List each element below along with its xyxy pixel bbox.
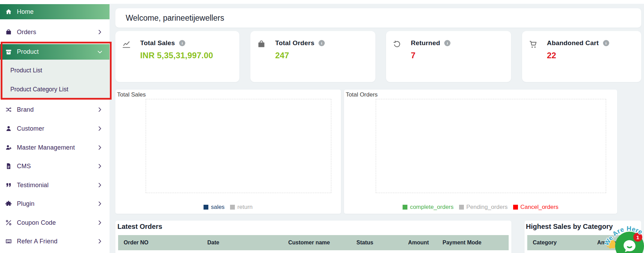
legend-item-complete-orders[interactable]: complete_orders: [403, 204, 454, 211]
testimonial-quote-icon: [5, 181, 12, 189]
sidebar-item-plugin[interactable]: Plugin: [0, 196, 110, 211]
total-sales-chart-card: Total Sales sales return: [115, 90, 341, 214]
legend-label: sales: [211, 204, 225, 211]
sidebar-item-label: CMS: [17, 163, 31, 170]
chevron-right-icon: [97, 145, 103, 150]
sidebar-item-label: Product: [17, 48, 39, 55]
sidebar-item-label: Plugin: [17, 200, 34, 208]
legend-swatch: [403, 205, 407, 210]
sales-plot-area: [146, 99, 331, 193]
chart-title: Total Orders: [346, 91, 378, 98]
brand-shuffle-icon: [5, 106, 12, 113]
chevron-right-icon: [97, 107, 103, 112]
sidebar-item-label: Customer: [17, 125, 44, 132]
product-submenu: Product List Product Category List: [0, 60, 110, 99]
sidebar-item-orders[interactable]: Orders: [0, 24, 110, 40]
stat-value: 7: [411, 51, 416, 60]
sidebar-item-label: Brand: [17, 106, 34, 113]
stat-card-returned: Returned 7: [386, 31, 511, 82]
sidebar-item-cms[interactable]: CMS: [0, 159, 110, 174]
info-icon[interactable]: [319, 40, 325, 46]
sales-chart-legend: sales return: [115, 204, 341, 211]
sidebar-item-coupon-code[interactable]: Coupon Code: [0, 215, 110, 230]
latest-orders-card: Latest Orders Order NO Date Customer nam…: [115, 221, 511, 253]
column-header: Status: [352, 240, 403, 246]
plugin-puzzle-icon: [5, 200, 12, 208]
stat-title: Total Orders: [275, 39, 314, 47]
stat-value: 22: [547, 51, 556, 60]
welcome-text: Welcome, parineetijewellers: [126, 13, 224, 23]
chevron-right-icon: [97, 126, 103, 131]
legend-swatch: [204, 205, 208, 210]
stat-title: Abandoned Cart: [547, 39, 599, 47]
orders-chart-legend: complete_orders Pending_orders Cancel_or…: [344, 204, 617, 211]
legend-label: return: [237, 204, 252, 211]
bag-icon: [257, 40, 266, 49]
sidebar-item-product-category-list[interactable]: Product Category List: [0, 82, 110, 97]
legend-label: Pending_orders: [466, 204, 508, 211]
top-bar: [110, 0, 644, 4]
column-header: Customer name: [283, 240, 352, 246]
legend-label: Cancel_orders: [520, 204, 559, 211]
legend-swatch: [513, 205, 518, 210]
sidebar-item-label: Master Management: [17, 144, 75, 151]
rotate-ccw-icon: [393, 40, 402, 49]
latest-orders-header-row: Order NO Date Customer name Status Amoun…: [118, 235, 509, 250]
chart-title: Total Sales: [117, 91, 146, 98]
legend-item-sales[interactable]: sales: [204, 204, 225, 211]
orders-bag-icon: [5, 28, 12, 36]
latest-orders-title: Latest Orders: [117, 223, 162, 231]
chart-line-icon: [122, 40, 131, 49]
stat-value: INR 5,35,31,997.00: [140, 51, 213, 60]
info-icon[interactable]: [179, 40, 185, 46]
column-header: Category: [527, 240, 592, 246]
legend-label: complete_orders: [410, 204, 454, 211]
cms-file-icon: [5, 162, 12, 170]
product-box-icon: [5, 48, 12, 56]
chevron-right-icon: [97, 201, 103, 206]
chevron-down-icon: [97, 49, 103, 55]
orders-plot-area: [376, 99, 606, 193]
chevron-right-icon: [97, 163, 103, 169]
legend-item-return[interactable]: return: [230, 204, 252, 211]
sidebar-item-product[interactable]: Product: [0, 44, 110, 60]
stat-card-total-orders: Total Orders 247: [250, 31, 375, 82]
stat-title: Returned: [411, 39, 440, 47]
sidebar-item-home[interactable]: Home: [0, 4, 110, 19]
chevron-right-icon: [97, 239, 103, 244]
column-header: Payment Mode: [438, 240, 481, 246]
sidebar-item-label: Home: [17, 8, 34, 16]
sidebar-item-label: Refer A Friend: [17, 238, 58, 245]
sidebar-item-refer-a-friend[interactable]: Refer A Friend: [0, 234, 110, 249]
cart-icon: [529, 40, 538, 49]
sidebar: Home Orders Product Product List Product…: [0, 0, 110, 253]
chevron-right-icon: [97, 182, 103, 188]
stat-card-total-sales: Total Sales INR 5,35,31,997.00: [115, 31, 239, 82]
highest-sales-title: Highest Sales by Category: [526, 223, 613, 231]
sidebar-item-testimonial[interactable]: Testimonial: [0, 178, 110, 193]
sidebar-item-label: Testimonial: [17, 182, 49, 189]
sidebar-item-master-management[interactable]: Master Management: [0, 140, 110, 155]
customer-person-icon: [5, 125, 12, 132]
chat-notification-badge: 1: [633, 233, 642, 242]
stat-title: Total Sales: [140, 39, 175, 47]
sidebar-item-product-list[interactable]: Product List: [0, 63, 110, 78]
submenu-item-label: Product List: [10, 67, 42, 74]
legend-item-cancel-orders[interactable]: Cancel_orders: [513, 204, 559, 211]
stat-value: 247: [275, 51, 289, 60]
welcome-card: Welcome, parineetijewellers: [115, 8, 641, 28]
legend-item-pending-orders[interactable]: Pending_orders: [459, 204, 508, 211]
sidebar-item-customer[interactable]: Customer: [0, 121, 110, 136]
sidebar-item-label: Coupon Code: [17, 219, 56, 226]
master-management-icon: [5, 144, 12, 151]
column-header: Date: [202, 240, 283, 246]
info-icon[interactable]: [603, 40, 609, 46]
total-orders-chart-card: Total Orders complete_orders Pending_ord…: [344, 90, 617, 214]
column-header: Order NO: [118, 240, 202, 246]
coupon-percent-icon: [5, 219, 12, 226]
sidebar-item-brand[interactable]: Brand: [0, 102, 110, 117]
stat-card-abandoned-cart: Abandoned Cart 22: [522, 31, 641, 82]
info-icon[interactable]: [444, 40, 450, 46]
chevron-right-icon: [97, 29, 103, 35]
sidebar-item-label: Orders: [17, 29, 36, 36]
